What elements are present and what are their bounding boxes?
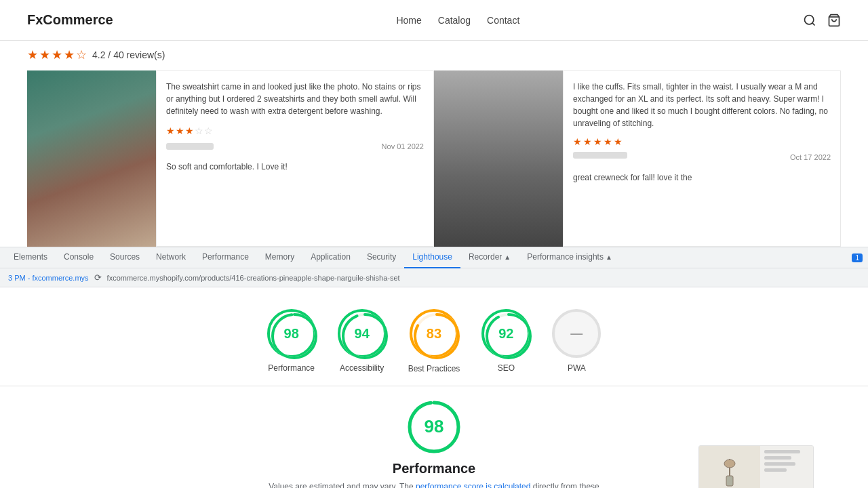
header-icons [803,14,841,27]
review-date-1: Nov 01 2022 [382,141,424,152]
thumbnail-screenshot [699,446,760,488]
review-card-1: The sweatshirt came in and looked just l… [156,70,434,247]
star-3: ★ [52,47,62,62]
star-4: ★ [64,47,75,62]
url-bar: 3 PM - fxcommerce.mys ⟳ fxcommerce.mysho… [0,268,868,287]
svg-point-0 [805,15,814,24]
review-stars-1: ★ ★ ★ ☆ ☆ [166,124,424,138]
perf-score-link[interactable]: performance score is calculated [416,482,530,488]
perf-score-big: 98 [407,400,461,454]
website-header: FxCommerce Home Catalog Contact [0,0,868,41]
refresh-icon[interactable]: ⟳ [94,272,102,283]
lighthouse-panel: 98 Performance 94 Accessibility 83 [0,287,868,488]
reviewer-name-1 [166,143,214,150]
review-text-1: The sweatshirt came in and looked just l… [166,81,424,117]
score-pwa[interactable]: — PWA [552,309,601,375]
thumbnail-info [760,446,813,488]
score-label-seo: SEO [498,363,515,373]
score-circle-performance: 98 [267,309,316,358]
scores-row: 98 Performance 94 Accessibility 83 [0,287,868,386]
shisha-icon [719,455,740,488]
review-meta-1: Nov 01 2022 [166,141,424,152]
tab-sources[interactable]: Sources [102,247,148,268]
reviews-section: ★ ★ ★ ★ ☆ 4.2 / 40 review(s) The sweatsh… [0,41,868,247]
thumb-line-2 [764,456,791,460]
search-icon[interactable] [803,14,816,27]
url-origin: 3 PM - fxcommerce.mys [8,274,89,282]
performance-detail: 98 Performance Values are estimated and … [0,386,868,488]
score-performance[interactable]: 98 Performance [267,309,316,375]
review-text-4: great crewneck for fall! love it the [573,171,831,184]
thumb-line-4 [764,468,787,472]
recorder-icon: ▲ [504,253,511,261]
review-right: I like the cuffs. Fits small, tighter in… [434,70,841,247]
rating-stars: ★ ★ ★ ★ ☆ [27,47,87,62]
rating-text: 4.2 / 40 review(s) [92,49,165,60]
perf-score-number: 98 [425,416,444,437]
tab-memory[interactable]: Memory [257,247,302,268]
thumb-line-3 [764,462,795,466]
score-label-best-practices: Best Practices [408,363,460,375]
cart-icon[interactable] [827,14,841,27]
perf-desc-before: Values are estimated and may vary. The [269,482,413,488]
tab-application[interactable]: Application [302,247,359,268]
review-image-2 [434,70,563,247]
review-left: The sweatshirt came in and looked just l… [27,70,434,247]
site-nav: Home Catalog Contact [396,15,519,26]
reviews-grid: The sweatshirt came in and looked just l… [27,70,841,247]
nav-home[interactable]: Home [396,15,421,26]
score-value-seo: 92 [498,326,513,342]
review-image-1 [27,70,156,247]
review-text-3: So soft and comfortable. I Love it! [166,161,424,173]
perf-description: Values are estimated and may vary. The p… [258,481,610,488]
score-value-performance: 98 [284,326,299,342]
nav-contact[interactable]: Contact [487,15,519,26]
star-5: ☆ [76,47,87,62]
score-circle-seo: 92 [481,309,530,358]
review-card-2: I like the cuffs. Fits small, tighter in… [563,70,841,247]
score-best-practices[interactable]: 83 Best Practices [408,309,460,375]
tab-lighthouse[interactable]: Lighthouse [404,247,460,268]
score-seo[interactable]: 92 SEO [481,309,530,375]
url-path: fxcommerce.myshopify.com/products/416-cr… [107,274,400,282]
svg-point-14 [724,460,735,468]
tab-network[interactable]: Network [148,247,194,268]
svg-line-1 [812,22,815,25]
tab-recorder[interactable]: Recorder ▲ [460,247,519,268]
score-value-pwa: — [570,327,583,341]
svg-rect-15 [726,476,733,486]
tab-elements[interactable]: Elements [5,247,56,268]
score-accessibility[interactable]: 94 Accessibility [338,309,387,375]
score-value-accessibility: 94 [355,326,370,342]
score-label-performance: Performance [268,363,315,373]
score-label-pwa: PWA [568,363,586,373]
score-circle-best-practices: 83 [410,309,458,358]
thumb-line-1 [764,450,800,453]
tab-performance[interactable]: Performance [194,247,257,268]
site-logo: FxCommerce [27,12,113,28]
rating-header: ★ ★ ★ ★ ☆ 4.2 / 40 review(s) [27,47,841,62]
tab-security[interactable]: Security [359,247,404,268]
tab-badge: 1 [852,253,863,262]
review-meta-2: Oct 17 2022 [573,152,831,163]
reviewer-name-2 [573,152,627,159]
devtools-tabs: Elements Console Sources Network Perform… [0,247,868,268]
thumbnail-area [698,445,814,488]
star-2: ★ [39,47,50,62]
review-date-2: Oct 17 2022 [790,152,831,163]
score-circle-pwa: — [552,309,601,358]
review-text-2: I like the cuffs. Fits small, tighter in… [573,81,831,129]
perf-title: Performance [393,461,475,476]
nav-catalog[interactable]: Catalog [438,15,471,26]
score-label-accessibility: Accessibility [340,363,384,373]
tab-console[interactable]: Console [56,247,102,268]
score-circle-accessibility: 94 [338,309,387,358]
perf-insights-icon: ▲ [606,253,612,261]
tab-performance-insights[interactable]: Performance insights ▲ [519,247,620,268]
star-1: ★ [27,47,38,62]
score-value-best-practices: 83 [427,326,441,342]
